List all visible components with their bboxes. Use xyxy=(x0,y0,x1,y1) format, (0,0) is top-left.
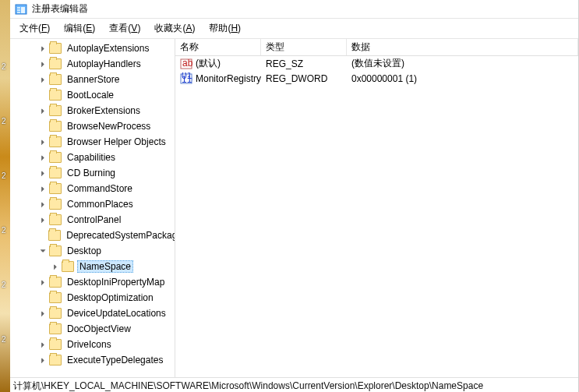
title-bar[interactable]: 注册表编辑器 xyxy=(10,0,578,19)
chevron-down-icon[interactable]: ⏷ xyxy=(38,246,48,256)
value-type: REG_DWORD xyxy=(261,73,347,84)
chevron-right-icon[interactable]: ⏵ xyxy=(38,168,48,178)
folder-icon xyxy=(49,74,62,85)
tree-node-label: CD Burning xyxy=(65,167,118,179)
tree-node[interactable]: ⏵NameSpace xyxy=(10,259,175,274)
menu-help[interactable]: 帮助(H) xyxy=(203,20,247,37)
svg-rect-3 xyxy=(17,12,20,13)
folder-icon xyxy=(49,355,62,366)
folder-icon xyxy=(49,105,62,116)
chevron-right-icon[interactable]: ⏵ xyxy=(38,137,48,147)
folder-icon xyxy=(49,245,62,256)
value-type: REG_SZ xyxy=(261,58,347,69)
tree-node[interactable]: BrowseNewProcess xyxy=(10,118,175,134)
menu-bar: 文件(F) 编辑(E) 查看(V) 收藏夹(A) 帮助(H) xyxy=(10,19,578,39)
folder-icon xyxy=(49,277,62,288)
svg-text:110: 110 xyxy=(182,74,192,85)
folder-icon xyxy=(49,199,62,210)
tree-node-label: DesktopIniPropertyMap xyxy=(65,276,167,288)
chevron-right-icon[interactable]: ⏵ xyxy=(38,75,48,84)
tree-node[interactable]: ⏵DriveIcons xyxy=(10,337,175,352)
tree-node-label: ExecuteTypeDelegates xyxy=(65,354,165,366)
chevron-right-icon[interactable]: ⏵ xyxy=(38,44,48,53)
chevron-right-icon[interactable]: ⏵ xyxy=(38,59,48,69)
tree-node-label: DriveIcons xyxy=(65,338,114,351)
chevron-right-icon[interactable]: ⏵ xyxy=(51,262,60,271)
regedit-icon xyxy=(15,3,27,16)
tree-node[interactable]: ⏵AutoplayExtensions xyxy=(10,41,175,56)
tree-node-label: BootLocale xyxy=(65,89,116,101)
binary-value-icon: 011110 xyxy=(180,72,192,85)
value-row[interactable]: 011110MonitorRegistryREG_DWORD0x00000001… xyxy=(175,71,578,86)
svg-rect-1 xyxy=(17,7,20,9)
value-name: (默认) xyxy=(196,57,221,70)
tree-node-label: Desktop xyxy=(65,245,104,257)
folder-icon xyxy=(49,121,62,132)
chevron-right-icon[interactable]: ⏵ xyxy=(38,184,48,193)
tree-node-label: NameSpace xyxy=(77,260,133,273)
tree-node[interactable]: ⏵ExecuteTypeDelegates xyxy=(10,352,175,368)
folder-icon xyxy=(49,168,62,178)
folder-icon xyxy=(49,58,62,69)
folder-icon xyxy=(49,214,62,225)
menu-view[interactable]: 查看(V) xyxy=(103,20,147,37)
value-list-panel[interactable]: 名称 类型 数据 ab(默认)REG_SZ(数值未设置)011110Monito… xyxy=(175,39,578,377)
chevron-right-icon[interactable]: ⏵ xyxy=(38,106,48,115)
tree-node-label: DeviceUpdateLocations xyxy=(65,307,168,320)
value-row[interactable]: ab(默认)REG_SZ(数值未设置) xyxy=(175,56,578,71)
list-body: ab(默认)REG_SZ(数值未设置)011110MonitorRegistry… xyxy=(175,56,578,86)
registry-tree: ⏵AutoplayExtensions⏵AutoplayHandlers⏵Ban… xyxy=(10,39,175,368)
chevron-right-icon[interactable]: ⏵ xyxy=(38,355,48,365)
tree-node-label: DocObjectView xyxy=(65,323,133,335)
chevron-right-icon[interactable]: ⏵ xyxy=(38,340,48,349)
tree-node-label: Browser Helper Objects xyxy=(65,136,168,148)
tree-node[interactable]: DocObjectView xyxy=(10,321,175,337)
menu-edit[interactable]: 编辑(E) xyxy=(58,20,101,37)
external-side-strip: 2 2 2 2 2 2 xyxy=(0,0,10,392)
tree-node[interactable]: ⏵AutoplayHandlers xyxy=(10,56,175,72)
folder-icon xyxy=(49,323,62,334)
folder-icon xyxy=(49,90,62,101)
tree-node[interactable]: ⏷Desktop xyxy=(10,243,175,259)
status-path: 计算机\HKEY_LOCAL_MACHINE\SOFTWARE\Microsof… xyxy=(13,380,483,391)
tree-node-label: DesktopOptimization xyxy=(65,291,156,304)
col-header-name[interactable]: 名称 xyxy=(175,39,261,55)
tree-node[interactable]: ⏵CommandStore xyxy=(10,181,175,196)
chevron-right-icon[interactable]: ⏵ xyxy=(38,153,48,162)
tree-node[interactable]: ⏵BrokerExtensions xyxy=(10,103,175,118)
chevron-right-icon[interactable]: ⏵ xyxy=(38,277,48,287)
value-data: 0x00000001 (1) xyxy=(347,73,578,84)
tree-panel[interactable]: ⏵AutoplayExtensions⏵AutoplayHandlers⏵Ban… xyxy=(10,39,175,377)
svg-text:ab: ab xyxy=(182,58,192,69)
col-header-type[interactable]: 类型 xyxy=(261,39,347,55)
tree-node[interactable]: DesktopOptimization xyxy=(10,290,175,305)
tree-node[interactable]: ⏵DesktopIniPropertyMap xyxy=(10,274,175,290)
tree-node-label: AutoplayHandlers xyxy=(65,58,143,70)
svg-rect-4 xyxy=(21,7,25,13)
tree-node-label: BrokerExtensions xyxy=(65,104,143,117)
tree-node[interactable]: ⏵BannerStore xyxy=(10,72,175,87)
tree-node[interactable]: ⏵CommonPlaces xyxy=(10,196,175,212)
folder-icon xyxy=(49,292,62,303)
tree-node[interactable]: ⏵Browser Helper Objects xyxy=(10,134,175,150)
folder-icon xyxy=(49,136,62,147)
folder-icon xyxy=(49,308,62,319)
tree-node[interactable]: ⏵Capabilities xyxy=(10,150,175,165)
tree-node-label: CommonPlaces xyxy=(65,198,136,210)
tree-node[interactable]: ⏵CD Burning xyxy=(10,165,175,181)
menu-file[interactable]: 文件(F) xyxy=(13,20,56,37)
chevron-right-icon[interactable]: ⏵ xyxy=(38,309,48,318)
tree-node[interactable]: ⏵ControlPanel xyxy=(10,212,175,228)
chevron-right-icon[interactable]: ⏵ xyxy=(38,200,48,209)
tree-node[interactable]: ⏵DeviceUpdateLocations xyxy=(10,305,175,321)
list-header: 名称 类型 数据 xyxy=(175,39,578,56)
string-value-icon: ab xyxy=(180,58,192,70)
col-header-data[interactable]: 数据 xyxy=(347,39,578,55)
svg-rect-2 xyxy=(17,9,20,11)
folder-icon xyxy=(49,339,62,350)
tree-node[interactable]: BootLocale xyxy=(10,87,175,103)
chevron-right-icon[interactable]: ⏵ xyxy=(38,215,48,224)
tree-node[interactable]: DeprecatedSystemPackages xyxy=(10,228,175,243)
menu-favorites[interactable]: 收藏夹(A) xyxy=(148,20,201,37)
value-data: (数值未设置) xyxy=(347,57,578,70)
